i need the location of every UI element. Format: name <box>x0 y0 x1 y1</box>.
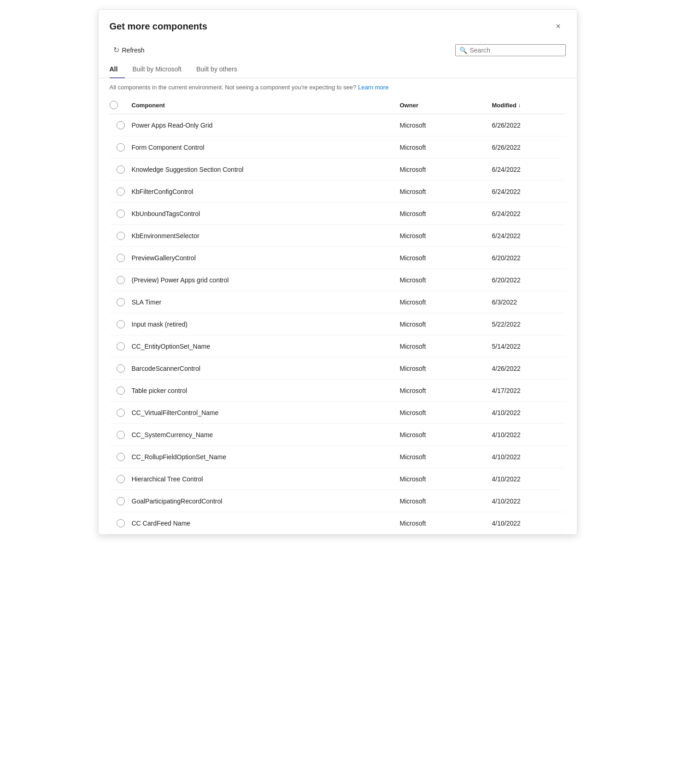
info-bar: All components in the current environmen… <box>99 78 577 96</box>
table-row[interactable]: SLA Timer Microsoft 6/3/2022 <box>110 291 566 313</box>
learn-more-link[interactable]: Learn more <box>358 84 388 91</box>
row-select-18[interactable] <box>117 519 125 527</box>
row-select-17[interactable] <box>117 497 125 505</box>
table-row[interactable]: KbEnvironmentSelector Microsoft 6/24/202… <box>110 225 566 247</box>
table-row[interactable]: Table picker control Microsoft 4/17/2022 <box>110 380 566 402</box>
row-owner-3: Microsoft <box>400 188 492 195</box>
row-modified-12: 4/17/2022 <box>492 387 566 394</box>
row-select-11[interactable] <box>117 364 125 373</box>
row-checkbox-3[interactable] <box>110 187 132 196</box>
table-row[interactable]: CC CardFeed Name Microsoft 4/10/2022 <box>110 512 566 534</box>
row-select-15[interactable] <box>117 453 125 461</box>
row-checkbox-17[interactable] <box>110 497 132 505</box>
search-input[interactable] <box>470 47 562 54</box>
row-modified-13: 4/10/2022 <box>492 409 566 416</box>
row-modified-3: 6/24/2022 <box>492 188 566 195</box>
row-owner-0: Microsoft <box>400 122 492 129</box>
row-modified-11: 4/26/2022 <box>492 365 566 372</box>
row-owner-18: Microsoft <box>400 520 492 527</box>
row-checkbox-16[interactable] <box>110 475 132 483</box>
row-component-11: BarcodeScannerControl <box>132 359 400 378</box>
table-row[interactable]: PreviewGalleryControl Microsoft 6/20/202… <box>110 247 566 269</box>
table-row[interactable]: Knowledge Suggestion Section Control Mic… <box>110 158 566 181</box>
row-owner-8: Microsoft <box>400 298 492 306</box>
row-select-9[interactable] <box>117 320 125 328</box>
row-select-12[interactable] <box>117 386 125 395</box>
table-row[interactable]: KbUnboundTagsControl Microsoft 6/24/2022 <box>110 203 566 225</box>
row-modified-4: 6/24/2022 <box>492 210 566 217</box>
row-checkbox-11[interactable] <box>110 364 132 373</box>
row-component-6: PreviewGalleryControl <box>132 249 400 267</box>
dialog-title: Get more components <box>110 21 207 32</box>
row-checkbox-12[interactable] <box>110 386 132 395</box>
table-row[interactable]: CC_EntityOptionSet_Name Microsoft 5/14/2… <box>110 335 566 357</box>
row-select-14[interactable] <box>117 431 125 439</box>
row-select-8[interactable] <box>117 298 125 306</box>
row-select-10[interactable] <box>117 342 125 351</box>
row-checkbox-18[interactable] <box>110 519 132 527</box>
table-row[interactable]: CC_SystemCurrency_Name Microsoft 4/10/20… <box>110 424 566 446</box>
row-checkbox-8[interactable] <box>110 298 132 306</box>
row-select-7[interactable] <box>117 276 125 284</box>
header-modified[interactable]: Modified ↓ <box>492 102 566 109</box>
row-owner-10: Microsoft <box>400 343 492 350</box>
tab-all[interactable]: All <box>110 61 125 78</box>
row-select-4[interactable] <box>117 210 125 218</box>
row-select-3[interactable] <box>117 187 125 196</box>
row-checkbox-15[interactable] <box>110 453 132 461</box>
table-row[interactable]: GoalParticipatingRecordControl Microsoft… <box>110 490 566 512</box>
row-component-16: Hierarchical Tree Control <box>132 470 400 488</box>
row-checkbox-14[interactable] <box>110 431 132 439</box>
table-row[interactable]: CC_RollupFieldOptionSet_Name Microsoft 4… <box>110 446 566 468</box>
row-select-1[interactable] <box>117 143 125 152</box>
row-component-1: Form Component Control <box>132 138 400 157</box>
row-select-16[interactable] <box>117 475 125 483</box>
row-modified-17: 4/10/2022 <box>492 497 566 505</box>
table-row[interactable]: CC_VirtualFilterControl_Name Microsoft 4… <box>110 402 566 424</box>
table-row[interactable]: (Preview) Power Apps grid control Micros… <box>110 269 566 291</box>
select-all-checkbox[interactable] <box>110 101 118 109</box>
table-row[interactable]: Power Apps Read-Only Grid Microsoft 6/26… <box>110 114 566 136</box>
row-checkbox-10[interactable] <box>110 342 132 351</box>
close-button[interactable]: × <box>551 19 566 34</box>
table-row[interactable]: Input mask (retired) Microsoft 5/22/2022 <box>110 313 566 335</box>
row-checkbox-6[interactable] <box>110 254 132 262</box>
table-row[interactable]: BarcodeScannerControl Microsoft 4/26/202… <box>110 357 566 380</box>
row-component-15: CC_RollupFieldOptionSet_Name <box>132 448 400 466</box>
dialog-header: Get more components × <box>99 10 577 39</box>
row-checkbox-1[interactable] <box>110 143 132 152</box>
search-icon: 🔍 <box>459 47 467 54</box>
row-checkbox-0[interactable] <box>110 121 132 129</box>
row-checkbox-4[interactable] <box>110 210 132 218</box>
tab-built-by-others[interactable]: Built by others <box>189 61 245 78</box>
row-select-13[interactable] <box>117 409 125 417</box>
row-component-8: SLA Timer <box>132 293 400 311</box>
row-modified-10: 5/14/2022 <box>492 343 566 350</box>
refresh-icon: ↻ <box>113 46 119 54</box>
row-select-2[interactable] <box>117 165 125 174</box>
table-row[interactable]: Hierarchical Tree Control Microsoft 4/10… <box>110 468 566 490</box>
row-component-14: CC_SystemCurrency_Name <box>132 426 400 444</box>
row-checkbox-2[interactable] <box>110 165 132 174</box>
row-component-4: KbUnboundTagsControl <box>132 205 400 223</box>
row-owner-12: Microsoft <box>400 387 492 394</box>
row-select-0[interactable] <box>117 121 125 129</box>
tab-built-by-microsoft[interactable]: Built by Microsoft <box>125 61 189 78</box>
header-owner: Owner <box>400 102 492 109</box>
components-table: Component Owner Modified ↓ Power Apps Re… <box>99 96 577 534</box>
row-select-6[interactable] <box>117 254 125 262</box>
row-checkbox-9[interactable] <box>110 320 132 328</box>
refresh-label: Refresh <box>122 47 145 54</box>
table-row[interactable]: KbFilterConfigControl Microsoft 6/24/202… <box>110 181 566 203</box>
table-row[interactable]: Form Component Control Microsoft 6/26/20… <box>110 136 566 158</box>
row-owner-17: Microsoft <box>400 497 492 505</box>
row-owner-13: Microsoft <box>400 409 492 416</box>
refresh-button[interactable]: ↻ Refresh <box>110 43 148 57</box>
row-owner-4: Microsoft <box>400 210 492 217</box>
row-checkbox-5[interactable] <box>110 232 132 240</box>
row-select-5[interactable] <box>117 232 125 240</box>
row-modified-7: 6/20/2022 <box>492 276 566 284</box>
row-checkbox-7[interactable] <box>110 276 132 284</box>
row-checkbox-13[interactable] <box>110 409 132 417</box>
row-component-3: KbFilterConfigControl <box>132 182 400 201</box>
